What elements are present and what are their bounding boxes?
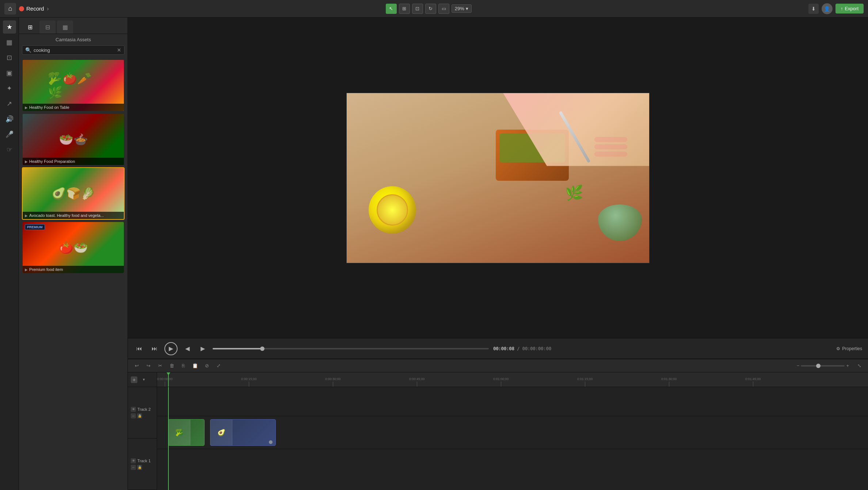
record-dot: [19, 6, 24, 11]
asset-name-4: Premium food item: [29, 267, 63, 272]
zoom-dropdown-icon: ▾: [466, 6, 468, 11]
track-2-visibility[interactable]: 👁: [131, 407, 136, 412]
breadcrumb-arrow: ›: [47, 5, 49, 12]
sidebar-icon-cursor[interactable]: ☞: [3, 143, 16, 156]
track-2-mute[interactable]: 🔒: [137, 413, 142, 418]
left-sidebar: ★ ▦ ⊡ ▣ ✦ ↗ 🔊 🎤 ☞: [0, 18, 19, 490]
track-labels: + ▾ 👁 Track 2 ↔ 🔒: [128, 372, 157, 490]
delete-button[interactable]: 🗑: [167, 361, 176, 370]
properties-button[interactable]: ⚙ Properties: [836, 346, 862, 351]
zoom-slider-thumb[interactable]: [816, 364, 821, 368]
sidebar-icon-mic[interactable]: 🎤: [3, 128, 16, 141]
ruler-mark-2: 0:00:30;00: [325, 377, 341, 387]
asset-item-3[interactable]: ▶ Avocado toast. Healthy food and vegeta…: [22, 167, 125, 220]
track-1-controls: ↔ 🔒: [131, 465, 154, 470]
ruler-mark-6: 0:01:30;00: [661, 377, 677, 387]
sidebar-icon-media[interactable]: ▦: [3, 36, 16, 49]
ruler-mark-1: 0:00:15;00: [241, 377, 257, 387]
play-button[interactable]: ▶: [164, 342, 178, 355]
properties-label: Properties: [842, 346, 862, 351]
export-button[interactable]: ↑ Export: [835, 4, 864, 14]
assets-tab-grid[interactable]: ⊞: [22, 20, 38, 34]
lemon-visual: [369, 186, 416, 234]
search-bar[interactable]: 🔍 ✕: [22, 45, 125, 55]
video-icon-3: ▶: [25, 214, 28, 218]
sidebar-icon-audio[interactable]: 🔊: [3, 112, 16, 126]
video-icon-4: ▶: [25, 268, 28, 272]
track-1-lock[interactable]: ↔: [131, 465, 136, 470]
add-track-button[interactable]: +: [131, 376, 137, 383]
asset-label-3: ▶ Avocado toast. Healthy food and vegeta…: [23, 212, 124, 219]
zoom-control[interactable]: 29% ▾: [452, 4, 472, 13]
frame-tool-button[interactable]: ▭: [438, 4, 449, 14]
timeline-scrubber[interactable]: [213, 348, 489, 349]
asset-name-3: Avocado toast. Healthy food and vegeta..…: [29, 213, 104, 218]
timeline-zoom-bar: − +: [797, 363, 849, 368]
preview-area: 🌿: [128, 18, 868, 338]
split-button[interactable]: ⊘: [202, 361, 211, 370]
zoom-out-icon[interactable]: −: [797, 363, 800, 368]
asset-thumb-4: PREMIUM: [23, 222, 124, 273]
asset-name-2: Healthy Food Preparation: [29, 159, 75, 164]
track-2-lock[interactable]: ↔: [131, 413, 136, 418]
paste-button[interactable]: 📋: [191, 361, 199, 370]
prev-frame-button[interactable]: ◀: [182, 343, 193, 354]
assets-grid: ▶ Healthy Food on Table ▶ Healthy Food P…: [19, 58, 127, 490]
sidebar-icon-home[interactable]: ★: [3, 20, 16, 34]
assets-tabs: ⊞ ⊟ ▦: [19, 18, 127, 34]
sidebar-icon-annotations[interactable]: ⊡: [3, 51, 16, 64]
collapse-all-button[interactable]: ▾: [140, 375, 148, 384]
notification-button[interactable]: ⬇: [808, 4, 819, 14]
track-1-name: Track 1: [137, 459, 151, 463]
asset-item-2[interactable]: ▶ Healthy Food Preparation: [22, 113, 125, 166]
track-1-clip-1[interactable]: 🥦: [168, 419, 205, 446]
rewind-button[interactable]: ⏮: [134, 343, 145, 354]
cut-button[interactable]: ✂: [156, 361, 164, 370]
expand-button[interactable]: ⤢: [214, 361, 223, 370]
search-icon: 🔍: [25, 47, 31, 53]
track-1-mute[interactable]: 🔒: [137, 465, 142, 470]
step-back-button[interactable]: ⏭: [149, 343, 160, 354]
sidebar-icon-effects[interactable]: ✦: [3, 82, 16, 95]
clip-trim-handle[interactable]: [269, 440, 273, 444]
clip-2-thumb: 🥑: [210, 420, 232, 445]
track-2-label-row: 👁 Track 2 ↔ 🔒: [128, 387, 157, 439]
asset-item-4[interactable]: PREMIUM ▶ Premium food item: [22, 221, 125, 274]
asset-thumb-2: [23, 114, 124, 165]
playhead-triangle: [167, 372, 170, 375]
track-2-name: Track 2: [137, 407, 151, 411]
playhead-ruler: [168, 372, 169, 387]
content-area: 🌿 ⏮ ⏭ ▶ ◀ ▶: [128, 18, 868, 490]
fullscreen-button[interactable]: ⤡: [855, 361, 864, 370]
asset-label-4: ▶ Premium food item: [23, 266, 124, 273]
undo-button[interactable]: ↩: [132, 361, 141, 370]
search-clear-button[interactable]: ✕: [117, 47, 121, 53]
select-tool-button[interactable]: ↖: [386, 4, 397, 14]
home-button[interactable]: ⌂: [4, 3, 16, 15]
sidebar-icon-arrow[interactable]: ↗: [3, 97, 16, 110]
zoom-in-icon[interactable]: +: [846, 363, 849, 368]
user-avatar[interactable]: 👤: [822, 3, 833, 14]
copy-button[interactable]: ⎘: [179, 361, 188, 370]
track-1-visibility[interactable]: 👁: [131, 458, 136, 463]
time-display: 00:00:08 / 00:00:00:00: [493, 346, 551, 351]
asset-label-1: ▶ Healthy Food on Table: [23, 104, 124, 111]
sidebar-icon-camera[interactable]: ▣: [3, 66, 16, 80]
next-frame-button[interactable]: ▶: [197, 343, 208, 354]
redo-button[interactable]: ↪: [144, 361, 153, 370]
grid-tool-button[interactable]: ⊞: [399, 4, 410, 14]
properties-gear-icon: ⚙: [836, 346, 840, 351]
rotate-tool-button[interactable]: ↻: [425, 4, 436, 14]
ruler-mark-7: 0:01:45;00: [745, 377, 761, 387]
search-input[interactable]: [34, 47, 115, 53]
track-1-clip-2[interactable]: 🥑: [210, 419, 276, 446]
asset-label-2: ▶ Healthy Food Preparation: [23, 158, 124, 165]
timeline-ruler[interactable]: 0:00:00;00 0:00:15;00 0:00:30;00: [157, 372, 868, 387]
timeline-handle[interactable]: [260, 347, 264, 351]
record-breadcrumb: Record: [19, 5, 44, 12]
assets-tab-chart[interactable]: ▦: [57, 20, 73, 34]
assets-tab-layers[interactable]: ⊟: [39, 20, 56, 34]
asset-item-1[interactable]: ▶ Healthy Food on Table: [22, 59, 125, 112]
crop-tool-button[interactable]: ⊡: [412, 4, 423, 14]
zoom-slider[interactable]: [801, 365, 845, 367]
